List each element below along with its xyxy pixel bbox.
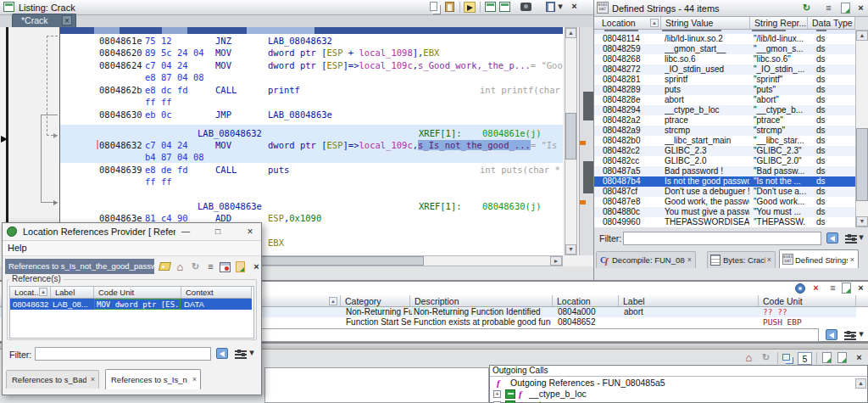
cell-string-value[interactable]: __gmon_start__ <box>665 44 749 54</box>
cell-data-type[interactable]: ds <box>816 54 850 64</box>
chevron-down-icon[interactable]: ▾ <box>556 0 565 13</box>
asm-bytes[interactable]: 89 5c 24 04 <box>145 47 204 59</box>
filter-options-icon[interactable] <box>845 234 857 244</box>
asm-line[interactable]: e8 87 04 08 <box>60 71 563 83</box>
snapshot-icon[interactable] <box>837 352 847 363</box>
paste-icon[interactable] <box>445 2 454 12</box>
cell-data-type[interactable]: ds <box>816 136 850 146</box>
snapshot-icon[interactable] <box>842 283 851 294</box>
minimize-icon[interactable]: — <box>179 225 192 238</box>
cell-location[interactable]: 080487e8 <box>603 197 660 207</box>
cell-string-repr[interactable]: "/lib/ld-linux... <box>754 34 806 44</box>
scroll-down-icon[interactable]: ▼ <box>856 216 868 227</box>
sort-icon[interactable]: ▲ <box>329 297 337 305</box>
reference-row[interactable]: 08048632 LAB_08... MOV dword ptr [ES... … <box>10 299 252 310</box>
cell-context[interactable]: DATA <box>184 299 250 310</box>
column-header-label[interactable]: Label <box>619 295 759 306</box>
defined-strings-titlebar[interactable]: 0101 DAT Defined Strings - 44 items ↻ ≡ … <box>594 0 868 17</box>
asm-operands[interactable]: puts <box>268 164 289 176</box>
table-row[interactable]: 080482a9strcmp"strcmp"ds <box>594 126 855 136</box>
menu-help[interactable]: Help <box>8 243 27 253</box>
export-up-icon[interactable] <box>822 352 832 363</box>
asm-token-loc[interactable]: local_109c <box>359 140 412 150</box>
cell-string-repr[interactable]: "You must ... <box>754 207 806 217</box>
cell-data-type[interactable]: ds <box>816 126 850 136</box>
cell-location[interactable]: 08048652 <box>558 317 617 327</box>
refresh-icon[interactable]: ↻ <box>760 351 772 364</box>
cell-string-value[interactable]: libc.so.6 <box>665 54 749 64</box>
asm-mnemonic[interactable]: MOV <box>215 47 231 59</box>
asm-token-strsel[interactable]: s_Is_not_the_good_... <box>418 140 531 150</box>
asm-line[interactable]: ff ff <box>60 96 563 108</box>
cell-location[interactable]: 0804880c <box>603 207 660 217</box>
table-row[interactable]: 08048272_IO_stdin_used"_IO_stdin_...ds <box>594 64 855 75</box>
scroll-down-icon[interactable]: ▼ <box>565 244 576 255</box>
asm-line[interactable]: LAB_08048632XREF[1]:0804861e(j) <box>60 127 563 139</box>
column-header-description[interactable]: Description <box>410 295 553 306</box>
cell-code-unit[interactable]: MOV dword ptr [ES... <box>94 299 181 310</box>
tree-root-row[interactable]: fOutgoing References - FUN_080485a5 <box>490 378 854 389</box>
close-icon[interactable]: × <box>687 255 692 264</box>
refresh-icon[interactable]: ↻ <box>800 2 813 14</box>
refresh-icon[interactable]: ↻ <box>189 260 202 273</box>
window-depth-icon[interactable] <box>782 354 790 361</box>
cell-location[interactable]: 080482a9 <box>603 126 660 136</box>
cell-location[interactable]: 080482c2 <box>603 146 660 156</box>
diff-apply-icon[interactable] <box>499 2 510 12</box>
sort-icon[interactable]: ▲ <box>650 19 659 27</box>
close-icon[interactable]: × <box>250 260 263 273</box>
scroll-up-icon[interactable]: ▲ <box>855 378 866 389</box>
asm-token-loc[interactable]: local_1098 <box>359 48 412 58</box>
column-filter-icon[interactable] <box>216 348 228 359</box>
cell-string-value[interactable]: Good work, the password i... <box>665 197 749 207</box>
scrollbar-thumb[interactable] <box>565 113 576 160</box>
close-icon[interactable]: × <box>850 255 854 264</box>
copy-icon[interactable] <box>430 2 437 11</box>
asm-operands[interactable]: LAB_08048632 <box>268 35 332 47</box>
asm-line[interactable]: b4 87 04 08 <box>60 151 563 163</box>
column-header-location[interactable]: Location▲ <box>598 17 661 29</box>
cell-string-value[interactable]: Don't use a debuguer ! <box>665 187 749 197</box>
home-icon[interactable]: ⌂ <box>174 260 186 273</box>
cell-string-repr[interactable]: "Is not the ... <box>754 176 806 187</box>
asm-line[interactable]: 08048624c7 04 24MOVdword ptr [ESP]=>loca… <box>60 59 563 71</box>
asm-operands[interactable]: dword ptr [ESP]=>local_109c,s_Is_not_the… <box>268 139 563 151</box>
assembly-listing[interactable]: 0804861e75 12JNZLAB_080486320804862089 5… <box>59 27 563 255</box>
cell-location[interactable]: 08048281 <box>603 75 660 85</box>
snapshot-camera-icon[interactable] <box>520 3 531 11</box>
asm-token-reg[interactable]: ESP <box>327 140 343 150</box>
cell-location[interactable]: 08048294 <box>603 105 660 115</box>
column-header-category[interactable]: Category <box>341 295 410 306</box>
cell-string-value[interactable]: You must give a password... <box>665 207 749 217</box>
asm-line[interactable]: 0804862be8 dc fdCALLprintfint printf(cha… <box>60 84 563 96</box>
cell-string-repr[interactable]: "Don't use a... <box>754 187 806 197</box>
cell-data-type[interactable]: ds <box>816 75 850 85</box>
cell-category[interactable]: Function Start Se... <box>346 317 412 327</box>
close-icon[interactable]: × <box>767 255 771 264</box>
strings-vertical-scrollbar[interactable]: ▲ ▼ <box>855 30 868 227</box>
column-header-code-unit[interactable]: Code Unit <box>94 287 181 298</box>
settings-icon[interactable] <box>795 283 805 294</box>
asm-token-op[interactable]: ]=> <box>343 140 359 150</box>
cell-location[interactable]: 0804828e <box>603 95 660 105</box>
asm-token-loc[interactable]: local_109c <box>359 60 412 70</box>
call-depth-value[interactable]: 5 <box>798 352 812 365</box>
partially-scrolled-selected-row[interactable] <box>60 27 563 34</box>
asm-operands[interactable]: EBX <box>268 237 284 249</box>
table-row[interactable]: 08048259__gmon_start__"__gmon_s...ds <box>594 44 855 54</box>
asm-address[interactable]: 08048624 <box>99 59 142 71</box>
asm-token-lab[interactable]: puts <box>268 165 289 175</box>
column-header-label[interactable]: Label <box>51 287 94 298</box>
asm-token-lab[interactable]: LAB_0804863e <box>268 109 332 120</box>
tab-bytes[interactable]: Bytes: Crack × <box>707 251 776 268</box>
asm-label[interactable]: LAB_08048632 <box>198 127 262 139</box>
asm-label[interactable]: LAB_0804863e <box>198 200 262 212</box>
column-filter-icon[interactable] <box>826 232 838 243</box>
asm-mnemonic[interactable]: CALL <box>215 84 236 96</box>
asm-address[interactable]: 0804861e <box>99 35 142 47</box>
asm-line[interactable]: 0804862089 5c 24 04MOVdword ptr [ESP + l… <box>60 47 563 59</box>
asm-line[interactable]: 08048630eb 0cJMPLAB_0804863e <box>60 109 563 120</box>
close-icon[interactable]: × <box>243 225 257 238</box>
maximize-icon[interactable]: □ <box>211 225 225 238</box>
cell-location[interactable]: 080487cf <box>603 187 660 197</box>
